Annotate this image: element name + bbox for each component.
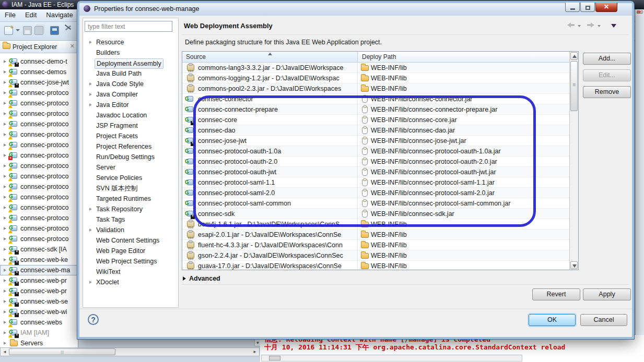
advanced-section-toggle[interactable]: Advanced [183, 275, 220, 282]
table-row[interactable]: dom4j-1.6.1.jar - D:\JavaIDE\Workspaces\… [182, 219, 569, 230]
new-dropdown-icon[interactable] [16, 29, 20, 31]
save-icon[interactable] [23, 26, 32, 35]
view-menu-icon[interactable] [611, 24, 616, 28]
explorer-project-item[interactable]: G connsec-jose-jwt [0, 77, 78, 88]
expand-arrow-icon[interactable] [4, 289, 6, 293]
explorer-project-item[interactable]: G connsec-web-pr [0, 275, 78, 286]
properties-nav-item[interactable]: Java Code Style [83, 79, 178, 89]
explorer-project-item[interactable]: G connsec-protoco [0, 161, 78, 171]
properties-nav-item[interactable]: Builders [83, 47, 178, 58]
properties-nav-item[interactable]: Targeted Runtimes [83, 194, 178, 204]
table-row[interactable]: connsec-protocol-saml-common WEB-INF/lib… [182, 198, 569, 209]
properties-nav-item[interactable]: Service Policies [83, 173, 178, 183]
properties-nav-item[interactable]: Web Content Settings [83, 235, 178, 246]
explorer-project-item[interactable]: G connsec-web-wi [0, 307, 78, 317]
maximize-button[interactable] [580, 3, 595, 12]
expand-arrow-icon[interactable] [4, 81, 6, 84]
table-row[interactable]: connsec-sdk WEB-INF/lib/connsec-sdk.jar [182, 209, 569, 219]
expand-arrow-icon[interactable] [4, 123, 6, 126]
expand-arrow-icon[interactable] [89, 41, 92, 44]
expand-arrow-icon[interactable] [89, 281, 92, 284]
explorer-project-item[interactable]: G connsec-protoco [0, 192, 78, 202]
explorer-project-item[interactable]: G connsec-protoco [0, 213, 78, 223]
expand-arrow-icon[interactable] [4, 112, 6, 115]
properties-nav-item[interactable]: Java Build Path [83, 68, 178, 79]
expand-arrow-icon[interactable] [4, 216, 6, 220]
back-icon[interactable] [567, 23, 575, 27]
table-row[interactable]: connsec-dao WEB-INF/lib/connsec-dao.jar [182, 125, 569, 136]
table-row[interactable]: connsec-connector-prepare WEB-INF/lib/co… [182, 104, 569, 115]
explorer-project-item[interactable]: G connsec-demos [0, 67, 78, 77]
expand-arrow-icon[interactable] [4, 185, 6, 188]
expand-arrow-icon[interactable] [89, 82, 92, 86]
explorer-project-item[interactable]: G connsec-sdk [IA [0, 244, 78, 255]
table-row[interactable]: connsec-jose-jwt WEB-INF/lib/connsec-jos… [182, 136, 569, 146]
expand-arrow-icon[interactable] [4, 143, 6, 147]
explorer-project-item[interactable]: G connsec-protoco [0, 150, 78, 161]
expand-arrow-icon[interactable] [4, 196, 6, 199]
table-row[interactable]: commons-logging-1.2.jar - D:\JavaIDE\Wor… [182, 73, 569, 83]
table-row[interactable]: connsec-core WEB-INF/lib/connsec-core.ja… [182, 115, 569, 125]
explorer-project-item[interactable]: G connsec-protoco [0, 140, 78, 150]
table-row[interactable]: esapi-2.0.1.jar - D:\JavaIDE\Workspaces\… [182, 230, 569, 240]
table-row[interactable]: commons-pool2-2.3.jar - D:\JavaIDE\Works… [182, 83, 569, 94]
revert-button[interactable]: Revert [532, 288, 580, 300]
explorer-project-item[interactable]: G connsec-web-pr [0, 286, 78, 296]
close-button[interactable]: ✕ [595, 3, 617, 12]
properties-nav-item[interactable]: Task Tags [83, 214, 178, 225]
properties-nav-item[interactable]: Resource [83, 37, 178, 47]
explorer-horizontal-scrollbar[interactable]: ◄ ► [0, 347, 260, 356]
properties-nav-item[interactable]: Web Page Editor [83, 246, 178, 256]
properties-nav-item[interactable]: Web Project Settings [83, 256, 178, 267]
save-all-icon[interactable] [34, 26, 43, 35]
expand-arrow-icon[interactable] [4, 133, 6, 136]
table-row[interactable]: commons-lang3-3.3.2.jar - D:\JavaIDE\Wor… [182, 63, 569, 73]
expand-arrow-icon[interactable] [4, 248, 6, 251]
expand-arrow-icon[interactable] [4, 154, 6, 157]
expand-arrow-icon[interactable] [4, 175, 6, 178]
expand-arrow-icon[interactable] [4, 258, 6, 261]
properties-nav-item[interactable]: Server [83, 162, 178, 173]
close-tab-icon[interactable]: ✕ [70, 43, 75, 50]
explorer-project-item[interactable]: G connsec-protoco [0, 234, 78, 244]
table-row[interactable]: connsec-protocol-oauth-1.0a WEB-INF/lib/… [182, 146, 569, 156]
expand-arrow-icon[interactable] [4, 60, 6, 63]
scrollbar-thumb[interactable] [269, 356, 280, 360]
apply-button[interactable]: Apply [583, 288, 631, 300]
project-explorer-tab[interactable]: Project Explorer ✕ [0, 41, 78, 53]
properties-nav-item[interactable]: Project References [83, 141, 178, 152]
new-file-icon[interactable] [4, 26, 13, 35]
explorer-project-item[interactable]: G connsec-protoco [0, 108, 78, 119]
dialog-titlebar[interactable]: Properties for connsec-web-manage [79, 3, 632, 16]
properties-nav-item[interactable]: Project Facets [83, 131, 178, 141]
expand-arrow-icon[interactable] [4, 70, 6, 74]
expand-arrow-icon[interactable] [4, 164, 6, 167]
properties-nav-item[interactable]: XDoclet [83, 277, 178, 287]
explorer-project-item[interactable]: G connsec-protoco [0, 119, 78, 129]
mark-occurrences-icon[interactable] [64, 26, 73, 35]
forward-dropdown-icon[interactable] [598, 25, 601, 27]
table-row[interactable]: fluent-hc-4.3.3.jar - D:\JavaIDE\Workspa… [182, 240, 569, 250]
expand-arrow-icon[interactable] [89, 93, 92, 96]
expand-arrow-icon[interactable] [89, 208, 92, 211]
table-row[interactable]: connsec-protocol-oauth-jwt WEB-INF/lib/c… [182, 167, 569, 177]
properties-nav-item[interactable]: Run/Debug Settings [83, 152, 178, 162]
explorer-project-item[interactable]: G connsec-protoco [0, 182, 78, 192]
expand-arrow-icon[interactable] [4, 300, 6, 303]
scroll-down-icon[interactable] [570, 261, 578, 269]
properties-nav-item[interactable]: WikiText [83, 267, 178, 277]
expand-arrow-icon[interactable] [4, 102, 6, 105]
back-dropdown-icon[interactable] [578, 25, 581, 27]
explorer-project-item[interactable]: G connsec-web-ma [0, 265, 78, 275]
explorer-project-item[interactable]: G connsec-protoco [0, 129, 78, 140]
explorer-project-item[interactable]: G Servers [0, 338, 78, 347]
menu-item[interactable]: Edit [20, 9, 41, 19]
scrollbar-thumb[interactable] [9, 348, 115, 355]
explorer-project-item[interactable]: G connsec-demo-t [0, 56, 78, 67]
explorer-project-item[interactable]: G connsec-protoco [0, 202, 78, 213]
expand-arrow-icon[interactable] [89, 228, 92, 232]
properties-nav-item[interactable]: Java Editor [83, 100, 178, 110]
explorer-project-item[interactable]: G connsec-webs [0, 317, 78, 328]
explorer-project-item[interactable]: G connsec-protoco [0, 223, 78, 234]
help-button[interactable]: ? [88, 314, 99, 325]
